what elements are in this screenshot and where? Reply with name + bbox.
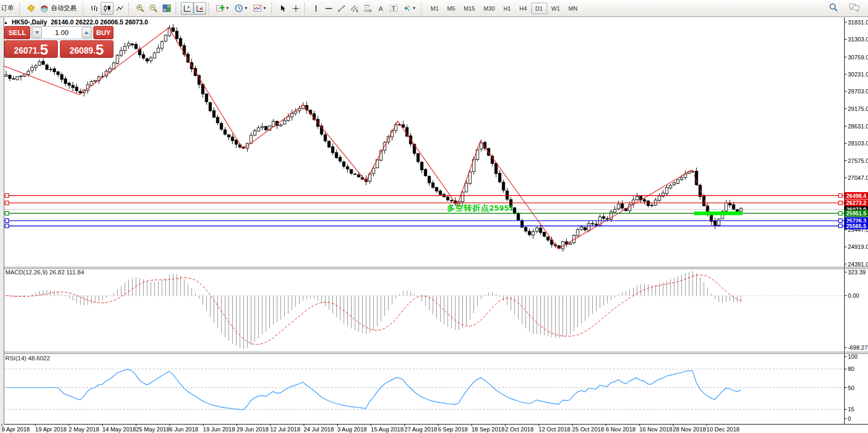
bear-candle-body: [142, 55, 145, 58]
bear-candle-body: [543, 232, 546, 236]
buy-price[interactable]: 26089.5: [60, 40, 113, 58]
chart-line-button[interactable]: [113, 2, 126, 15]
text-label-button[interactable]: T: [387, 2, 400, 15]
date-axis-label: 9 Apr 2018: [2, 426, 30, 432]
new-order-button[interactable]: [24, 2, 38, 15]
timeframe-w1[interactable]: W1: [547, 3, 565, 14]
zoom-in-button[interactable]: [134, 2, 147, 15]
hline-button[interactable]: [322, 2, 335, 15]
zoom-out-button[interactable]: [147, 2, 160, 15]
line-handle[interactable]: [839, 219, 843, 222]
search-button[interactable]: [827, 1, 840, 14]
bull-candle-body: [153, 53, 156, 58]
bear-candle-body: [60, 75, 63, 80]
date-axis-label: 6 Sep 2018: [438, 426, 468, 432]
line-handle[interactable]: [5, 201, 9, 205]
line-handle[interactable]: [839, 212, 843, 215]
timeframe-mn[interactable]: MN: [564, 3, 582, 14]
volume-increase-button[interactable]: [82, 27, 91, 38]
candle: [543, 232, 546, 237]
bear-candle-body: [209, 102, 212, 111]
level-price-tag: 26273.2: [846, 200, 866, 206]
candle: [287, 114, 290, 122]
dropdown-caret: ▼: [225, 2, 230, 15]
chart-canvas[interactable]: 31831.031303.030759.030231.029703.029175…: [0, 0, 868, 433]
toolbar-grip: [208, 3, 211, 14]
timeframe-m15[interactable]: M15: [460, 3, 479, 14]
bear-candle-body: [227, 135, 230, 137]
candle: [72, 82, 74, 91]
timeframe-m30[interactable]: M30: [479, 3, 499, 14]
price-axis-label: 30759.0: [848, 54, 868, 60]
chart-bars-button[interactable]: [88, 2, 101, 15]
crosshair-button[interactable]: [290, 2, 302, 15]
line-handle[interactable]: [839, 224, 843, 228]
autotrading-button[interactable]: 自动交易: [38, 2, 81, 15]
price-axis-label: 27575.0: [848, 158, 868, 164]
price-axis-label: 30231.0: [848, 71, 868, 77]
bull-candle-body: [580, 227, 583, 230]
line-handle[interactable]: [839, 194, 843, 197]
periods-button[interactable]: ▼: [232, 2, 251, 15]
timeframe-m5[interactable]: M5: [443, 3, 459, 14]
bull-candle-body: [287, 117, 290, 121]
channel-button[interactable]: E: [348, 2, 361, 15]
candle: [354, 173, 356, 175]
candle: [79, 89, 82, 93]
svg-text:F: F: [370, 9, 372, 13]
candle: [346, 164, 349, 173]
vline-button[interactable]: [310, 2, 322, 15]
arrows-button[interactable]: ▼: [400, 2, 419, 15]
line-handle[interactable]: [5, 224, 9, 228]
chart-annotation[interactable]: 多空转折点25951: [447, 203, 514, 213]
bear-candle-body: [220, 123, 223, 129]
bear-candle-body: [324, 135, 327, 141]
collapse-marker-icon[interactable]: ▲: [4, 20, 8, 25]
bull-candle-body: [157, 48, 160, 53]
toolbar-grip: [271, 3, 274, 14]
bear-candle-body: [402, 125, 405, 127]
timeframe-h1[interactable]: H1: [499, 3, 515, 14]
date-axis-label: 25 Oct 2018: [572, 426, 604, 432]
line-handle[interactable]: [5, 212, 9, 215]
trendline-button[interactable]: [335, 2, 348, 15]
timeframe-h4[interactable]: H4: [515, 3, 531, 14]
text-button[interactable]: A: [374, 2, 387, 15]
bear-candle-body: [547, 237, 549, 240]
indicators-button[interactable]: ▼: [214, 2, 232, 15]
sell-price[interactable]: 26071.5: [4, 40, 58, 58]
bear-candle-body: [176, 31, 178, 39]
line-handle[interactable]: [5, 194, 9, 197]
chart-shift-button[interactable]: [181, 2, 194, 15]
orders-button[interactable]: 订单: [1, 2, 17, 15]
autotrading-icon: [40, 4, 49, 13]
candle: [227, 134, 230, 140]
sell-button[interactable]: SELL: [4, 26, 30, 39]
toolbar-grip: [176, 3, 178, 14]
cursor-button[interactable]: [277, 2, 290, 15]
bull-candle-body: [658, 196, 661, 201]
timeframe-m1[interactable]: M1: [426, 3, 443, 14]
volume-value[interactable]: 1.00: [42, 27, 81, 39]
line-handle[interactable]: [5, 219, 9, 222]
fibonacci-button[interactable]: F: [361, 2, 374, 15]
volume-decrease-button[interactable]: [32, 27, 42, 38]
date-axis-label: 2 May 2018: [69, 426, 99, 432]
candle: [729, 200, 731, 208]
chart-candles-button[interactable]: [101, 2, 113, 15]
date-axis-label: 15 Aug 2018: [371, 426, 404, 432]
date-axis-label: 16 Nov 2018: [639, 426, 672, 432]
buy-price-int: 26089: [69, 47, 93, 56]
chart-autoscroll-button[interactable]: [194, 2, 206, 15]
line-handle[interactable]: [839, 201, 843, 205]
buy-button[interactable]: BUY: [93, 26, 113, 39]
chat-button[interactable]: [847, 1, 862, 14]
bear-candle-body: [643, 200, 646, 201]
dropdown-caret: ▼: [243, 2, 249, 15]
bull-candle-body: [27, 71, 30, 74]
bull-candle-body: [536, 228, 538, 231]
bull-candle-body: [469, 172, 471, 184]
tile-windows-button[interactable]: [160, 2, 173, 15]
templates-button[interactable]: ▼: [251, 2, 269, 15]
timeframe-d1[interactable]: D1: [531, 3, 547, 14]
